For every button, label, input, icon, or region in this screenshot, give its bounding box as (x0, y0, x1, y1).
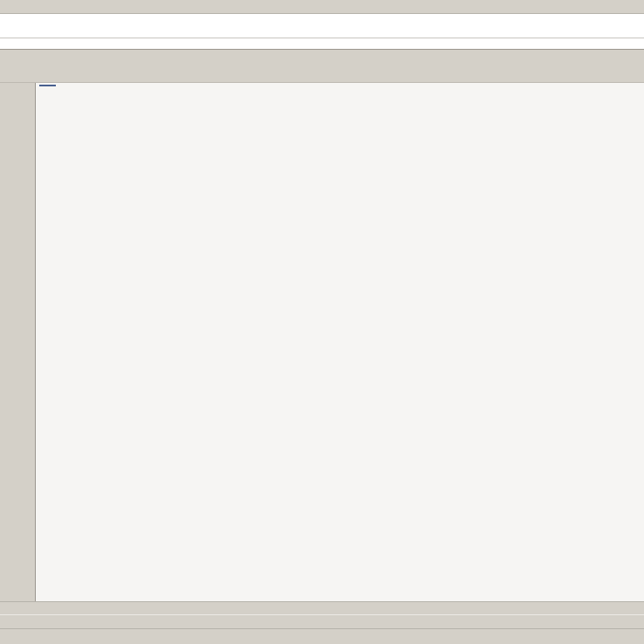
command-divider (0, 38, 644, 38)
command-area (0, 13, 644, 50)
status-bar (0, 628, 644, 644)
toolbar-tab-bar (0, 50, 644, 62)
command-history-line (0, 25, 644, 37)
osnap-bar (0, 614, 644, 628)
tool-sidebar (0, 83, 35, 601)
standard-toolbar (0, 62, 644, 83)
viewport-title (39, 85, 56, 86)
command-history-line (0, 14, 644, 25)
viewport-tab-bar (0, 601, 644, 614)
menu-bar (0, 0, 644, 13)
chevron-down-icon[interactable] (51, 85, 56, 86)
viewport-canvas[interactable] (36, 83, 644, 601)
perspective-viewport[interactable] (35, 83, 644, 601)
viewport-title-label[interactable] (39, 85, 51, 86)
